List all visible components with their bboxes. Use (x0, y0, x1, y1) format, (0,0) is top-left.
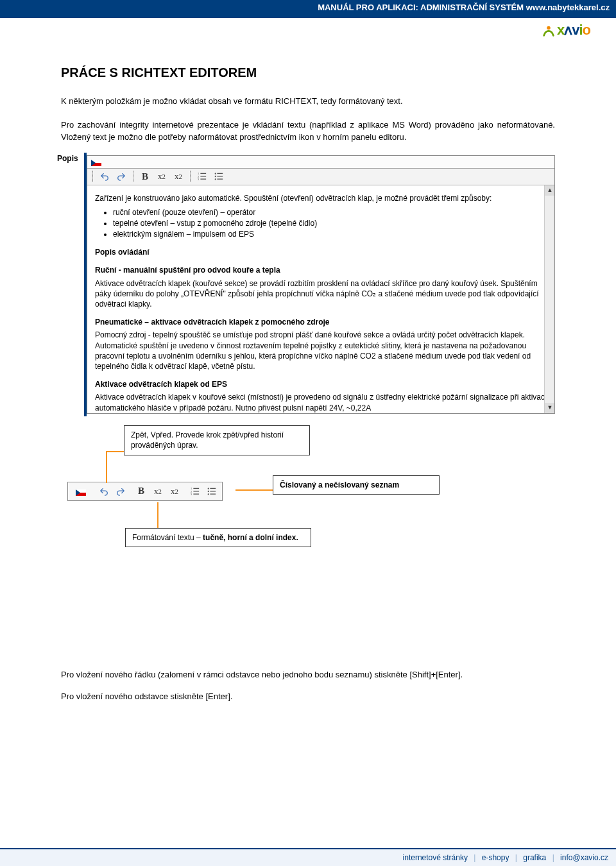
subscript-button[interactable]: x2 (155, 170, 168, 183)
svg-rect-10 (217, 176, 223, 176)
redo-icon (116, 487, 125, 496)
bold-button[interactable]: B (139, 170, 151, 183)
list-item: tepelné otevření – vstup z pomocného zdr… (113, 218, 547, 228)
header-title: ADMINISTRAČNÍ SYSTÉM www.nabytekkarel.cz (420, 3, 610, 12)
footer-link[interactable]: grafika (523, 853, 546, 862)
unordered-list-icon (207, 487, 216, 496)
svg-text:3: 3 (191, 493, 193, 496)
footer-link[interactable]: internetové stránky (403, 853, 468, 862)
svg-point-23 (208, 493, 209, 495)
editor-bullets: ruční otevření (pouze otevření) – operát… (113, 207, 547, 240)
svg-rect-16 (193, 491, 199, 491)
connector-line (106, 451, 124, 452)
svg-point-9 (215, 176, 216, 177)
svg-point-7 (215, 173, 216, 174)
svg-point-0 (547, 26, 551, 30)
header-prefix: MANUÁL PRO APLIKACI: (318, 3, 418, 12)
svg-point-19 (208, 488, 209, 489)
notes: Pro vložení nového řádku (zalomení v rám… (61, 669, 555, 704)
list-item: ruční otevření (pouze otevření) – operát… (113, 207, 547, 217)
scroll-up-button[interactable]: ▲ (545, 185, 554, 196)
callout-text: Zpět, Vpřed. Provede krok zpět/vpřed his… (131, 430, 284, 450)
svg-point-21 (208, 490, 209, 491)
intro-p1: K některým položkám je možno vkládat obs… (61, 96, 555, 108)
annotation-zone: B x2 x2 123 (61, 425, 555, 592)
editor-tabbar (87, 156, 554, 169)
ordered-list-icon: 123 (198, 172, 207, 181)
svg-rect-18 (193, 493, 199, 494)
field-label: Popis (57, 154, 78, 163)
svg-rect-2 (200, 173, 206, 174)
undo-button[interactable] (98, 485, 110, 498)
svg-text:3: 3 (198, 178, 200, 181)
superscript-button[interactable]: x2 (172, 170, 185, 183)
person-icon (542, 24, 556, 38)
intro-p2: Pro zachování integrity internetové prez… (61, 119, 555, 144)
editor-textarea[interactable]: Zařízení je konstruováno jako automatick… (87, 185, 554, 413)
editor-line: Zařízení je konstruováno jako automatick… (95, 193, 547, 203)
redo-icon (117, 172, 126, 181)
svg-rect-14 (193, 488, 199, 488)
editor-heading: Ruční - manuální spuštění pro odvod kouř… (95, 265, 547, 275)
editor-line: Pomocný zdroj - tepelný spouštěč se umís… (95, 330, 547, 371)
redo-button[interactable] (115, 170, 128, 183)
ordered-list-button[interactable]: 123 (189, 485, 201, 498)
callout-text-bold: tučně, horní a dolní index. (203, 533, 298, 542)
svg-rect-20 (210, 488, 216, 488)
toolbar-detail: B x2 x2 123 (67, 482, 223, 501)
toolbar-separator (92, 171, 93, 182)
scrollbar[interactable]: ▲ ▼ (544, 185, 554, 413)
toolbar-separator (133, 171, 133, 182)
unordered-list-icon (214, 172, 223, 181)
editor-heading: Aktivace odvětracích klapek od EPS (95, 379, 547, 389)
redo-button[interactable] (114, 485, 127, 498)
callout-formatting: Formátování textu – tučně, horní a dolní… (125, 528, 311, 548)
undo-icon (99, 487, 108, 496)
connector-line (106, 477, 107, 483)
callout-text: Číslovaný a nečíslovaný seznam (280, 480, 399, 489)
svg-rect-4 (200, 176, 206, 176)
list-item: elektrickým signálem – impulsem od EPS (113, 229, 547, 239)
editor-heading: Popis ovládání (95, 247, 547, 257)
footer-separator: | (474, 853, 475, 862)
svg-rect-6 (200, 179, 206, 180)
undo-icon (100, 172, 109, 181)
note-line: Pro vložení nového odstavce stiskněte [E… (61, 691, 555, 703)
flag-cz-icon (91, 160, 101, 166)
callout-text-prefix: Formátování textu – (132, 533, 203, 542)
callout-undo-redo: Zpět, Vpřed. Provede krok zpět/vpřed his… (124, 425, 310, 456)
connector-line (235, 489, 273, 491)
svg-point-11 (215, 178, 216, 180)
page: MANUÁL PRO APLIKACI: ADMINISTRAČNÍ SYSTÉ… (0, 0, 616, 866)
editor-line: Aktivace odvětracích klapek (kouřové sek… (95, 278, 547, 310)
content: PRÁCE S RICHTEXT EDITOREM K některým pol… (0, 40, 616, 726)
page-title: PRÁCE S RICHTEXT EDITOREM (61, 65, 555, 80)
unordered-list-button[interactable] (212, 170, 225, 183)
ordered-list-button[interactable]: 123 (196, 170, 209, 183)
scroll-down-button[interactable]: ▼ (545, 403, 554, 413)
flag-cz-icon (76, 489, 86, 496)
callout-lists: Číslovaný a nečíslovaný seznam (273, 475, 440, 495)
footer-link-email[interactable]: info@xavio.cz (560, 853, 608, 862)
svg-rect-24 (210, 493, 216, 494)
footer: internetové stránky | e-shopy | grafika … (0, 848, 616, 866)
bold-button[interactable]: B (135, 485, 148, 498)
svg-rect-8 (217, 173, 223, 174)
editor-screenshot: Popis B x2 x2 (87, 155, 555, 414)
subscript-button[interactable]: x2 (151, 485, 164, 498)
footer-separator: | (552, 853, 554, 862)
connector-line (106, 451, 107, 477)
unordered-list-button[interactable] (205, 485, 218, 498)
undo-button[interactable] (98, 170, 111, 183)
ordered-list-icon: 123 (191, 487, 200, 496)
header-bar: MANUÁL PRO APLIKACI: ADMINISTRAČNÍ SYSTÉ… (0, 0, 616, 17)
toolbar-separator (190, 171, 191, 182)
note-line: Pro vložení nového řádku (zalomení v rám… (61, 669, 555, 681)
editor-toolbar: B x2 x2 123 (87, 169, 554, 185)
footer-link[interactable]: e-shopy (482, 853, 509, 862)
logo-row: xʌvio (0, 18, 616, 40)
editor-line: Aktivace odvětracích klapek v kouřové se… (95, 392, 547, 412)
footer-separator: | (515, 853, 517, 862)
superscript-button[interactable]: x2 (168, 485, 181, 498)
brand-logo: xʌvio (542, 22, 590, 38)
